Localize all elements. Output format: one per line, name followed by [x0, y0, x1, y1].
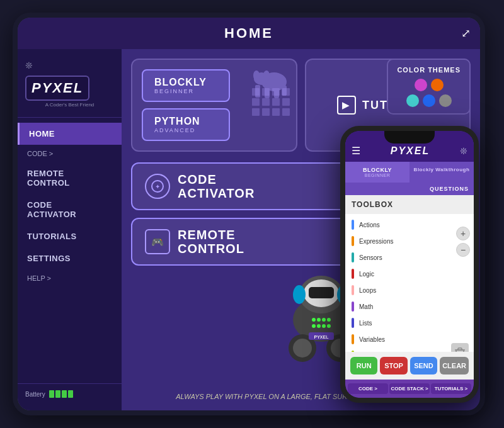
zoom-controls: + −: [456, 227, 470, 257]
toolbox-color-math: [352, 301, 354, 312]
sidebar-item-help[interactable]: HELP >: [18, 269, 122, 287]
toolbox-label-logic: Logic: [359, 271, 374, 278]
toolbox-item-sensors[interactable]: Sensors: [345, 249, 474, 266]
python-label: PYTHON: [154, 116, 200, 127]
sidebar-item-settings[interactable]: SETTINGS: [18, 247, 122, 269]
color-dots-row1: [397, 79, 461, 91]
phone-notch: [384, 131, 435, 144]
phone-toolbox-items: Actions Expressions Sensors Logic: [345, 214, 474, 352]
toolbox-item-logic[interactable]: Logic: [345, 266, 474, 282]
run-button[interactable]: RUN: [350, 357, 377, 374]
remote-text-wrapper: REMOTE CONTROL: [178, 228, 244, 256]
remote-line2: CONTROL: [178, 242, 244, 256]
color-themes-box: COLOR THEMES: [387, 59, 471, 115]
toolbox-label-math: Math: [359, 303, 373, 310]
battery-row: Battery: [25, 390, 114, 398]
footer-tutorials-button[interactable]: TUTORIALS >: [431, 383, 471, 394]
phone-questions-label: QUESTIONS: [430, 186, 469, 192]
svg-text:✦: ✦: [155, 183, 160, 190]
sidebar-item-code-activator[interactable]: CODEACTIVATOR: [18, 194, 122, 225]
color-dot-blue[interactable]: [423, 94, 435, 107]
clear-button[interactable]: CLEAR: [440, 357, 469, 374]
toolbox-label-lists: Lists: [359, 320, 372, 327]
sidebar-item-code[interactable]: CODE >: [18, 145, 122, 162]
footer-stack-button[interactable]: CODE STACK >: [389, 383, 430, 394]
zoom-in-button[interactable]: +: [456, 227, 470, 240]
color-dot-purple[interactable]: [415, 79, 427, 91]
svg-rect-17: [282, 86, 287, 96]
svg-rect-10: [272, 108, 280, 116]
battery-bar-2: [55, 390, 60, 398]
toolbox-item-expressions[interactable]: Expressions: [345, 233, 474, 249]
logo-box: PYXEL: [25, 76, 89, 101]
phone-action-buttons: RUN STOP SEND CLEAR: [345, 352, 474, 380]
toolbox-color-lists: [352, 318, 354, 328]
svg-rect-9: [262, 108, 270, 116]
phone-toolbox-header: TOOLBOX: [345, 195, 474, 214]
sidebar-item-tutorials[interactable]: TUTORIALS: [18, 225, 122, 247]
sidebar-nav: HOME CODE > REMOTECONTROL CODEACTIVATOR …: [18, 123, 122, 383]
svg-rect-44: [458, 348, 462, 350]
toolbox-item-lists[interactable]: Lists: [345, 315, 474, 331]
blockly-button[interactable]: BLOCKLY BEGINNER: [142, 69, 230, 102]
toolbox-color-sensors: [352, 252, 354, 262]
phone-tab-blockly[interactable]: BLOCKLY BEGINNER: [345, 162, 410, 183]
code-activator-icon: ✦: [145, 174, 170, 199]
svg-rect-8: [252, 108, 260, 116]
python-sublabel: ADVANCED: [154, 127, 195, 133]
phone-footer: CODE > CODE STACK > TUTORIALS >: [345, 380, 474, 398]
svg-rect-11: [282, 108, 290, 116]
code-activator-text-wrapper: CODE ACTIVATOR: [178, 172, 255, 200]
phone-screen: ☰ PYXEL ❊ BLOCKLY BEGINNER Blockly Walkt…: [345, 131, 474, 398]
tutorials-icon: ▶: [337, 96, 356, 115]
phone-robot-icon: ❊: [460, 146, 467, 156]
phone-toolbox-area: TOOLBOX Actions Expressions Sensors: [345, 195, 474, 352]
remote-line1: REMOTE: [178, 228, 244, 242]
toolbox-color-functions: [352, 351, 354, 352]
phone-tab-blockly-sub: BEGINNER: [348, 173, 407, 177]
color-dot-orange[interactable]: [431, 79, 444, 91]
phone-toolbox-content: TOOLBOX Actions Expressions Sensors: [345, 195, 474, 352]
blockly-sublabel: BEGINNER: [154, 88, 194, 94]
dog-silhouette: [243, 63, 293, 103]
send-button[interactable]: SEND: [410, 357, 437, 374]
expand-icon[interactable]: ⤢: [461, 26, 471, 40]
tablet-header: HOME ⤢: [18, 18, 480, 49]
toolbox-color-loops: [352, 285, 354, 295]
zoom-out-button[interactable]: −: [456, 243, 470, 257]
battery-bar-1: [49, 390, 54, 398]
toolbox-label-loops: Loops: [359, 287, 376, 294]
battery-bar-3: [62, 390, 67, 398]
battery-bar-4: [68, 390, 73, 398]
toolbox-item-loops[interactable]: Loops: [345, 282, 474, 298]
footer-code-button[interactable]: CODE >: [348, 383, 388, 394]
battery-label: Battery: [25, 391, 45, 398]
color-dot-gray[interactable]: [439, 94, 452, 107]
blockly-label: BLOCKLY: [154, 77, 207, 88]
svg-rect-16: [274, 87, 279, 98]
phone-questions-bar[interactable]: QUESTIONS: [345, 183, 474, 195]
phone-tab-walkthrough[interactable]: Blockly Walkthrough: [410, 162, 474, 183]
color-dot-teal[interactable]: [406, 94, 419, 107]
toolbox-color-variables: [352, 334, 354, 344]
toolbox-item-math[interactable]: Math: [345, 298, 474, 315]
trash-icon[interactable]: [451, 343, 469, 352]
toolbox-label-actions: Actions: [359, 222, 380, 228]
svg-point-18: [253, 70, 260, 81]
python-button[interactable]: PYTHON ADVANCED: [142, 108, 230, 141]
phone-menu-icon[interactable]: ☰: [352, 145, 360, 157]
phone-tab-blockly-label: BLOCKLY: [363, 167, 392, 173]
color-themes-title: COLOR THEMES: [397, 66, 461, 74]
sidebar-item-remote-control[interactable]: REMOTECONTROL: [18, 162, 122, 194]
sidebar-item-home[interactable]: HOME: [18, 123, 122, 145]
blockly-python-box: BLOCKLY BEGINNER PYTHON ADVANCED: [131, 59, 297, 152]
toolbox-color-expressions: [352, 236, 354, 246]
phone-tabs: BLOCKLY BEGINNER Blockly Walkthrough: [345, 162, 474, 183]
device-container: HOME ⤢ ❊ PYXEL A Coder's Best Friend: [6, 6, 498, 422]
stop-button[interactable]: STOP: [380, 357, 407, 374]
sidebar: ❊ PYXEL A Coder's Best Friend HOME CODE …: [18, 49, 122, 410]
code-activator-line2: ACTIVATOR: [178, 186, 255, 200]
svg-rect-15: [265, 87, 270, 98]
battery-bars: [49, 390, 73, 398]
toolbox-item-actions[interactable]: Actions: [345, 217, 474, 233]
